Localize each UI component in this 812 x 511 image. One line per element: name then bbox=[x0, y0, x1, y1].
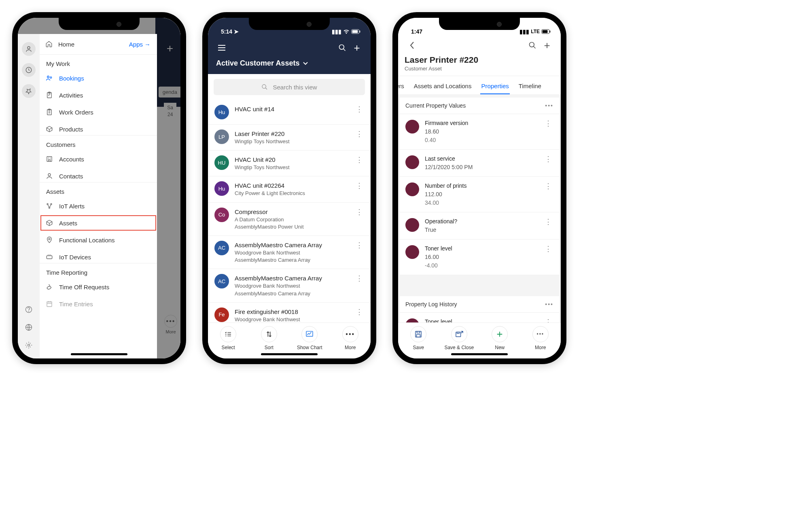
timeoff-icon bbox=[45, 283, 53, 290]
search-icon[interactable] bbox=[335, 40, 350, 55]
tab-bar[interactable]: ers Assets and Locations Properties Time… bbox=[398, 76, 561, 94]
section-menu-icon[interactable]: ••• bbox=[545, 102, 553, 109]
asset-list[interactable]: Hu HVAC unit #14 ⋮ LP Laser Printer #220… bbox=[208, 100, 371, 322]
select-button[interactable]: Select bbox=[208, 326, 249, 350]
list-item[interactable]: Hu HVAC unit #02264 City Power & Light E… bbox=[208, 176, 371, 202]
nav-item-assets[interactable]: Assets bbox=[40, 214, 157, 231]
nav-item-time-off-requests[interactable]: Time Off Requests bbox=[40, 278, 157, 295]
row-menu-icon[interactable]: ⋮ bbox=[543, 155, 553, 163]
nav-item-functional-locations[interactable]: Functional Locations bbox=[40, 231, 157, 248]
row-menu-icon[interactable]: ⋮ bbox=[543, 318, 553, 322]
property-row[interactable]: Operational? True ⋮ bbox=[400, 212, 559, 240]
search-icon[interactable] bbox=[525, 38, 540, 53]
property-row[interactable]: Firmware version 18.60 0.40 ⋮ bbox=[400, 114, 559, 150]
nav-item-iot-devices[interactable]: IoT Devices bbox=[40, 248, 157, 263]
row-menu-icon[interactable]: ⋮ bbox=[354, 274, 364, 283]
nav-item-bookings[interactable]: Bookings bbox=[40, 70, 157, 87]
row-menu-icon[interactable]: ⋮ bbox=[543, 217, 553, 226]
more-icon: ••• bbox=[532, 326, 549, 342]
list-item[interactable]: HU HVAC Unit #20 Wingtip Toys Northwest … bbox=[208, 151, 371, 176]
save-close-icon bbox=[451, 326, 467, 342]
list-item[interactable]: Co Compressor A Datum Corporation Assemb… bbox=[208, 203, 371, 236]
list-item[interactable]: Hu HVAC unit #14 ⋮ bbox=[208, 100, 371, 125]
property-dot-icon bbox=[405, 218, 419, 232]
svg-rect-21 bbox=[352, 30, 358, 33]
list-item[interactable]: AC AssemblyMaestro Camera Array Woodgrov… bbox=[208, 269, 371, 302]
tab-timeline[interactable]: Timeline bbox=[518, 80, 542, 94]
tab-properties[interactable]: Properties bbox=[480, 80, 509, 94]
nav-item-products[interactable]: Products bbox=[40, 121, 157, 136]
view-title[interactable]: Active Customer Assets bbox=[214, 57, 364, 74]
list-item[interactable]: AC AssemblyMaestro Camera Array Woodgrov… bbox=[208, 236, 371, 269]
property-row[interactable]: Number of prints 112.00 34.00 ⋮ bbox=[400, 177, 559, 212]
section-menu-icon[interactable]: ••• bbox=[545, 301, 553, 307]
apps-link[interactable]: Apps → bbox=[129, 41, 151, 48]
settings-icon[interactable] bbox=[24, 341, 33, 350]
row-menu-icon[interactable]: ⋮ bbox=[354, 208, 364, 216]
detail-header: + Laser Printer #220 Customer Asset bbox=[398, 36, 561, 76]
nav-item-work-orders[interactable]: Work Orders bbox=[40, 104, 157, 121]
svg-rect-18 bbox=[47, 256, 52, 259]
back-icon[interactable] bbox=[405, 38, 419, 53]
row-menu-icon[interactable]: ⋮ bbox=[354, 241, 364, 250]
property-row[interactable]: Last service 12/1/2020 5:00 PM ⋮ bbox=[400, 150, 559, 177]
nav-item-contacts[interactable]: Contacts bbox=[40, 168, 157, 182]
recent-icon[interactable] bbox=[22, 63, 36, 77]
clipboard-icon bbox=[45, 108, 53, 116]
property-row[interactable]: Toner level 16.00 -4.00 ⋮ bbox=[400, 313, 559, 322]
svg-rect-31 bbox=[417, 331, 420, 333]
sort-button[interactable]: Sort bbox=[249, 326, 290, 350]
network-label: LTE bbox=[531, 29, 540, 34]
section-property-log: Property Log History ••• bbox=[400, 296, 559, 313]
add-icon[interactable]: + bbox=[350, 40, 364, 55]
list-item[interactable]: Fe Fire extinguisher #0018 Woodgrove Ban… bbox=[208, 303, 371, 322]
profile-icon[interactable] bbox=[22, 42, 36, 56]
more-button[interactable]: ••• More bbox=[520, 326, 561, 350]
add-icon[interactable]: + bbox=[540, 38, 554, 53]
detail-body[interactable]: Current Property Values ••• Firmware ver… bbox=[398, 94, 561, 322]
nav-item-accounts[interactable]: Accounts bbox=[40, 151, 157, 168]
row-menu-icon[interactable]: ⋮ bbox=[543, 182, 553, 191]
nav-section-customers: Customers bbox=[40, 136, 157, 151]
row-menu-icon[interactable]: ⋮ bbox=[354, 181, 364, 190]
row-menu-icon[interactable]: ⋮ bbox=[543, 119, 553, 128]
box-icon bbox=[45, 125, 53, 133]
tab-assets-locations[interactable]: Assets and Locations bbox=[413, 80, 473, 94]
svg-rect-28 bbox=[550, 30, 551, 32]
tab-partial-left[interactable]: ers bbox=[398, 80, 405, 94]
save-close-button[interactable]: Save & Close bbox=[439, 326, 480, 350]
svg-point-0 bbox=[28, 47, 30, 49]
building-icon bbox=[45, 155, 53, 163]
row-menu-icon[interactable]: ⋮ bbox=[354, 155, 364, 164]
nav-item-time-entries[interactable]: Time Entries bbox=[40, 295, 157, 312]
hamburger-icon[interactable] bbox=[214, 40, 229, 55]
row-menu-icon[interactable]: ⋮ bbox=[354, 307, 364, 316]
row-menu-icon[interactable]: ⋮ bbox=[354, 105, 364, 114]
nav-item-iot-alerts[interactable]: IoT Alerts bbox=[40, 197, 157, 214]
nav-home-row[interactable]: Home Apps → bbox=[40, 34, 157, 55]
row-menu-icon[interactable]: ⋮ bbox=[354, 129, 364, 138]
search-input[interactable]: Search this view bbox=[214, 79, 365, 95]
home-indicator[interactable] bbox=[261, 353, 318, 355]
navigation-drawer: Home Apps → My Work Bookings Activities … bbox=[40, 34, 157, 358]
save-button[interactable]: Save bbox=[398, 326, 439, 350]
nav-section-time-reporting: Time Reporting bbox=[40, 263, 157, 278]
svg-rect-19 bbox=[47, 302, 52, 307]
show-chart-button[interactable]: Show Chart bbox=[289, 326, 330, 350]
list-item[interactable]: LP Laser Printer #220 Wingtip Toys North… bbox=[208, 125, 371, 151]
more-button[interactable]: ••• More bbox=[330, 326, 371, 350]
pin-icon[interactable] bbox=[22, 84, 36, 98]
save-icon bbox=[410, 326, 426, 342]
row-menu-icon[interactable]: ⋮ bbox=[543, 244, 553, 253]
help-icon[interactable] bbox=[24, 305, 33, 314]
home-indicator[interactable] bbox=[71, 353, 127, 355]
new-button[interactable]: New bbox=[479, 326, 520, 350]
home-indicator[interactable] bbox=[451, 353, 508, 355]
signal-icon: ▮▮▮ bbox=[519, 28, 529, 35]
nav-item-activities[interactable]: Activities bbox=[40, 87, 157, 104]
globe-icon[interactable] bbox=[24, 323, 33, 332]
avatar: AC bbox=[214, 241, 229, 255]
property-row[interactable]: Toner level 16.00 -4.00 ⋮ bbox=[400, 240, 559, 275]
battery-icon bbox=[351, 29, 361, 34]
svg-point-7 bbox=[50, 77, 52, 78]
